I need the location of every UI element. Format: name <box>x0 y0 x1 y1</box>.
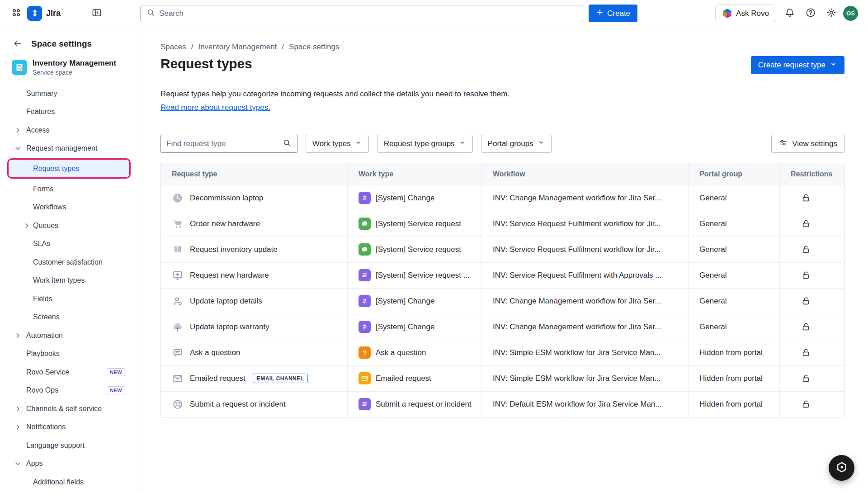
sidebar-item-request-management[interactable]: Request management <box>5 139 132 158</box>
top-bar: Jira Create Ask Rovo <box>0 0 868 27</box>
unlock-icon[interactable] <box>801 373 811 384</box>
global-search[interactable] <box>140 5 583 22</box>
sidebar-item-label: Workflows <box>33 203 66 211</box>
restrictions-cell <box>779 185 844 211</box>
collapse-sidebar-button[interactable] <box>89 5 105 22</box>
workflow-cell: INV: Change Management workflow for Jira… <box>481 314 688 340</box>
work-types-dropdown[interactable]: Work types <box>306 135 369 153</box>
find-request-type-field[interactable] <box>160 135 297 153</box>
project-name: Inventory Management <box>33 59 116 68</box>
breadcrumb-space-settings[interactable]: Space settings <box>289 43 340 52</box>
sidebar-item-label: Request management <box>26 144 97 152</box>
rovo-icon <box>722 9 732 18</box>
sidebar-item-label: Playbooks <box>26 350 60 358</box>
breadcrumb-project[interactable]: Inventory Management <box>198 43 277 52</box>
chevron-down-icon <box>459 139 466 148</box>
view-settings-button[interactable]: View settings <box>771 135 844 153</box>
app-switcher-button[interactable] <box>8 5 24 22</box>
read-more-link[interactable]: Read more about request types. <box>160 103 270 112</box>
sidebar-item-label: SLAs <box>33 240 50 248</box>
request-type-cell: Request new hardware <box>161 263 347 288</box>
sidebar-item-language-support[interactable]: Language support <box>5 436 132 455</box>
plus-icon <box>596 8 604 19</box>
work-type-doc-icon <box>359 398 371 410</box>
sidebar-item-request-types[interactable]: Request types <box>7 158 131 179</box>
unlock-icon[interactable] <box>801 399 811 409</box>
sidebar-item-playbooks[interactable]: Playbooks <box>5 345 132 363</box>
table-row[interactable]: Decommission laptop[System] ChangeINV: C… <box>161 185 844 211</box>
sidebar-item-rovo-ops[interactable]: Rovo OpsNEW <box>5 381 132 400</box>
settings-button[interactable] <box>823 5 840 22</box>
sidebar-item-additional-fields[interactable]: Additional fields <box>5 473 132 491</box>
project-subtitle: Service space <box>33 69 116 76</box>
request-type-name: Update laptop details <box>190 297 262 306</box>
chevron-right-icon <box>14 404 22 413</box>
request-type-cell: Emailed requestEMAIL CHANNEL <box>161 366 347 391</box>
find-request-type-input[interactable] <box>166 139 278 148</box>
help-button[interactable] <box>802 5 819 22</box>
portal-group-cell: General <box>688 314 779 340</box>
portal-groups-dropdown[interactable]: Portal groups <box>481 135 552 153</box>
sidebar-item-label: Rovo Service <box>26 368 69 376</box>
sidebar-item-channels-and-self-service[interactable]: Channels & self service <box>5 399 132 418</box>
unlock-icon[interactable] <box>801 244 811 255</box>
clock-icon <box>172 192 184 204</box>
sidebar-item-work-item-types[interactable]: Work item types <box>5 271 132 290</box>
table-row[interactable]: Submit a request or incidentSubmit a req… <box>161 391 844 417</box>
table-row[interactable]: Emailed requestEMAIL CHANNELEmailed requ… <box>161 365 844 391</box>
unlock-icon[interactable] <box>801 322 811 332</box>
sidebar-item-notifications[interactable]: Notifications <box>5 418 132 436</box>
sidebar-item-label: Customer satisfaction <box>33 258 103 266</box>
table-row[interactable]: Order new hardware[System] Service reque… <box>161 211 844 237</box>
sidebar-item-workflows[interactable]: Workflows <box>5 198 132 217</box>
workflow-cell: INV: Change Management workflow for Jira… <box>481 185 688 211</box>
back-button[interactable] <box>11 37 24 51</box>
sidebar-item-forms[interactable]: Forms <box>5 180 132 198</box>
sidebar-item-summary[interactable]: Summary <box>5 84 132 103</box>
ask-rovo-button[interactable]: Ask Rovo <box>715 5 776 22</box>
sidebar-nav: SummaryFeaturesAccessRequest managementR… <box>0 84 138 491</box>
table-row[interactable]: Update laptop warranty[System] ChangeINV… <box>161 314 844 340</box>
chevron-down-icon <box>538 139 545 148</box>
sidebar-item-automation[interactable]: Automation <box>5 326 132 345</box>
sidebar-item-queues[interactable]: Queues <box>5 216 132 235</box>
table-row[interactable]: Ask a question?Ask a questionINV: Simple… <box>161 340 844 365</box>
sidebar-item-fields[interactable]: Fields <box>5 289 132 308</box>
table-row[interactable]: Request inventory update[System] Service… <box>161 237 844 262</box>
request-type-groups-dropdown[interactable]: Request type groups <box>377 135 473 153</box>
unlock-icon[interactable] <box>801 347 811 358</box>
unlock-icon[interactable] <box>801 218 811 229</box>
rovo-chat-fab[interactable] <box>829 455 854 481</box>
sidebar-item-rovo-service[interactable]: Rovo ServiceNEW <box>5 363 132 381</box>
request-type-cell: Submit a request or incident <box>161 392 347 417</box>
workflow-name: INV: Default ESM workflow for Jira Servi… <box>493 400 661 409</box>
sidebar-item-access[interactable]: Access <box>5 121 132 139</box>
sidebar-item-slas[interactable]: SLAs <box>5 235 132 253</box>
table-row[interactable]: Request new hardware[System] Service req… <box>161 262 844 288</box>
unlock-icon[interactable] <box>801 270 811 280</box>
restrictions-cell <box>779 392 844 417</box>
gear-icon <box>826 7 837 19</box>
breadcrumb-spaces[interactable]: Spaces <box>160 43 186 52</box>
column-header-restrictions: Restrictions <box>779 163 844 185</box>
app-grid-icon <box>11 7 22 19</box>
create-button[interactable]: Create <box>589 5 637 22</box>
unlock-icon[interactable] <box>801 296 811 306</box>
workflow-name: INV: Service Request Fulfilment workflow… <box>493 245 661 254</box>
work-type-email-icon <box>359 372 371 384</box>
sidebar-item-screens[interactable]: Screens <box>5 308 132 327</box>
user-avatar[interactable]: OS <box>843 6 858 21</box>
notifications-button[interactable] <box>782 5 798 22</box>
global-search-input[interactable] <box>159 9 577 18</box>
sidebar-item-apps[interactable]: Apps <box>5 455 132 473</box>
table-row[interactable]: Update laptop details[System] ChangeINV:… <box>161 288 844 314</box>
sidebar-item-features[interactable]: Features <box>5 103 132 121</box>
unlock-icon[interactable] <box>801 193 811 203</box>
portal-group-cell: General <box>688 289 779 314</box>
jira-home-link[interactable]: Jira <box>27 6 61 21</box>
work-type-name: [System] Service request <box>376 245 461 254</box>
workflow-cell: INV: Service Request Fulfilment workflow… <box>481 211 688 237</box>
work-type-cell: [System] Service request <box>347 237 481 262</box>
sidebar-item-customer-satisfaction[interactable]: Customer satisfaction <box>5 253 132 271</box>
create-request-type-button[interactable]: Create request type <box>751 56 844 74</box>
